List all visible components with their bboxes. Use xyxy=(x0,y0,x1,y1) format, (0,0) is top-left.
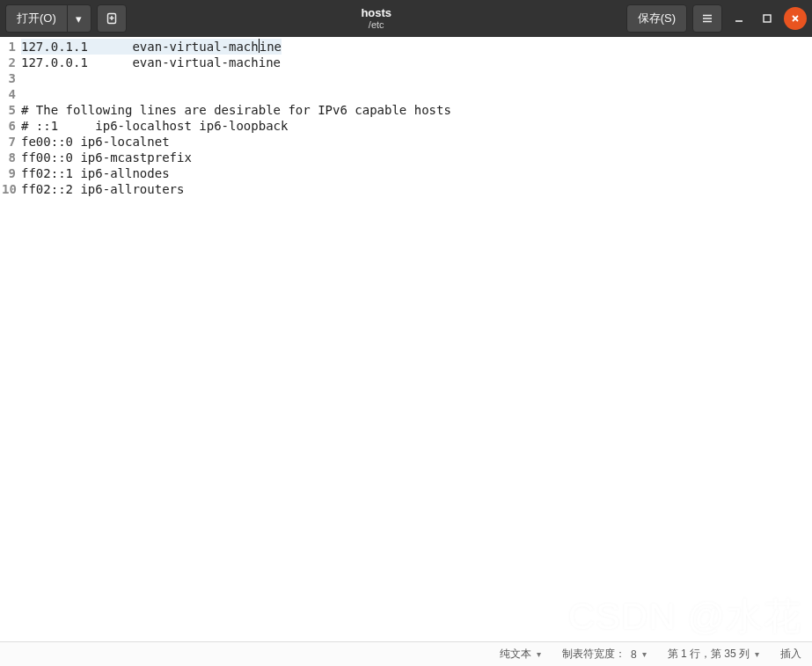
maximize-icon xyxy=(761,12,773,25)
syntax-selector[interactable]: 纯文本 ▾ xyxy=(500,647,541,662)
editor-content[interactable]: 127.0.1.1 evan-virtual-machine127.0.0.1 … xyxy=(19,37,812,641)
line-number: 1 xyxy=(2,39,16,55)
insert-mode[interactable]: 插入 xyxy=(780,647,801,662)
insert-mode-label: 插入 xyxy=(780,647,801,662)
right-controls: 保存(S) xyxy=(626,4,807,33)
line-number: 10 xyxy=(2,181,16,197)
minimize-button[interactable] xyxy=(728,7,750,30)
hamburger-icon xyxy=(700,11,714,26)
current-line-highlight: 127.0.1.1 evan-virtual-machine xyxy=(21,39,282,55)
chevron-down-icon: ▾ xyxy=(642,649,647,659)
window-subtitle: /etc xyxy=(132,19,621,30)
tabwidth-value: 8 xyxy=(631,648,637,661)
line-number: 5 xyxy=(2,102,16,118)
open-dropdown-button[interactable]: ▾ xyxy=(67,4,91,33)
titlebar: 打开(O) ▾ hosts /etc 保存(S) xyxy=(0,0,812,37)
editor-line[interactable]: # The following lines are desirable for … xyxy=(21,102,812,118)
chevron-down-icon: ▾ xyxy=(537,649,541,659)
text-cursor xyxy=(259,39,260,53)
minimize-icon xyxy=(733,12,745,25)
line-number: 4 xyxy=(2,86,16,102)
open-button[interactable]: 打开(O) xyxy=(5,4,67,33)
new-tab-icon xyxy=(105,11,119,26)
maximize-button[interactable] xyxy=(756,7,779,30)
cursor-position: 第 1 行，第 35 列 xyxy=(668,647,750,662)
tabwidth-label: 制表符宽度： xyxy=(562,647,625,662)
close-button[interactable] xyxy=(784,7,807,30)
line-number-gutter: 12345678910 xyxy=(0,37,19,641)
svg-rect-1 xyxy=(764,15,771,22)
editor-line[interactable]: 127.0.0.1 evan-virtual-machine xyxy=(21,55,812,70)
save-button[interactable]: 保存(S) xyxy=(626,4,687,33)
open-button-group: 打开(O) ▾ xyxy=(5,4,91,33)
line-number: 2 xyxy=(2,55,16,70)
editor-line[interactable] xyxy=(21,86,812,102)
line-number: 9 xyxy=(2,165,16,181)
editor-line[interactable]: fe00::0 ip6-localnet xyxy=(21,134,812,150)
editor-line[interactable]: # ::1 ip6-localhost ip6-loopback xyxy=(21,118,812,134)
window-title: hosts xyxy=(132,7,621,19)
editor-line[interactable] xyxy=(21,70,812,86)
editor-line[interactable]: ff02::1 ip6-allnodes xyxy=(21,165,812,181)
line-number: 6 xyxy=(2,118,16,134)
title-area: hosts /etc xyxy=(132,7,621,30)
line-number: 8 xyxy=(2,150,16,165)
menu-button[interactable] xyxy=(692,4,722,33)
chevron-down-icon: ▾ xyxy=(76,12,82,26)
editor-line[interactable]: ff02::2 ip6-allrouters xyxy=(21,181,812,197)
cursor-position-selector[interactable]: 第 1 行，第 35 列 ▾ xyxy=(668,647,759,662)
chevron-down-icon: ▾ xyxy=(755,649,759,659)
open-button-label: 打开(O) xyxy=(17,11,56,26)
editor-area[interactable]: 12345678910 127.0.1.1 evan-virtual-machi… xyxy=(0,37,812,641)
save-button-label: 保存(S) xyxy=(638,11,676,26)
statusbar: 纯文本 ▾ 制表符宽度： 8 ▾ 第 1 行，第 35 列 ▾ 插入 xyxy=(0,641,812,666)
syntax-label: 纯文本 xyxy=(500,647,531,662)
close-icon xyxy=(789,12,801,25)
editor-line[interactable]: ff00::0 ip6-mcastprefix xyxy=(21,150,812,165)
line-number: 3 xyxy=(2,70,16,86)
new-tab-button[interactable] xyxy=(97,4,127,33)
line-number: 7 xyxy=(2,134,16,150)
editor-line[interactable]: 127.0.1.1 evan-virtual-machine xyxy=(21,39,812,55)
tabwidth-selector[interactable]: 制表符宽度： 8 ▾ xyxy=(562,647,647,662)
